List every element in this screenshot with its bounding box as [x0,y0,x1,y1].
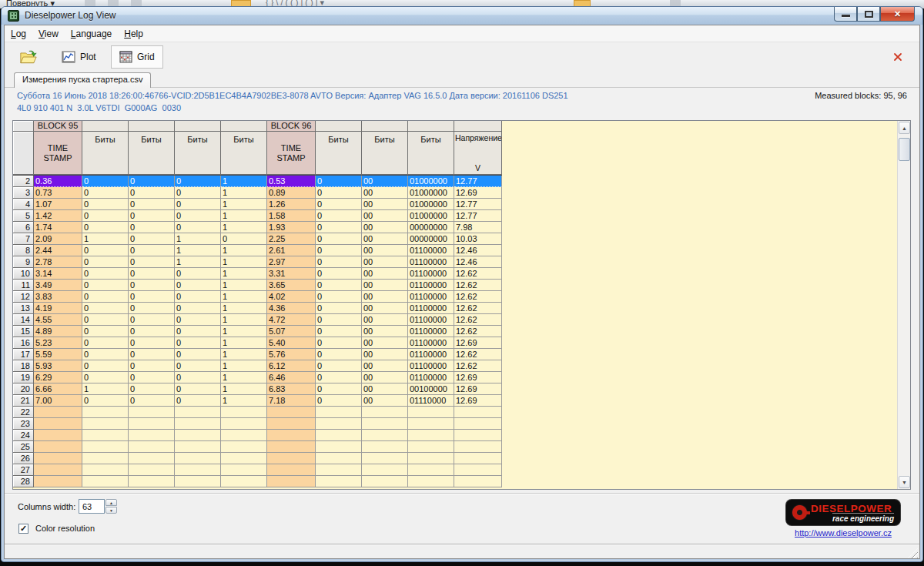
grid-cell[interactable]: 0 [316,222,362,233]
minimize-button[interactable] [834,7,857,22]
grid-cell[interactable]: 0 [175,326,221,337]
grid-cell[interactable]: 00 [362,326,408,337]
grid-cell[interactable]: 12.62 [454,349,502,360]
grid-cell[interactable]: 4.72 [267,314,316,326]
menu-help[interactable]: Help [118,26,149,42]
grid-cell[interactable] [267,430,316,441]
grid-cell[interactable]: 0 [175,199,221,210]
grid-cell[interactable]: 0 [129,280,175,291]
grid-cell[interactable]: 00 [362,349,408,360]
tab-log-file[interactable]: Измерения пуска стартера.csv [14,72,151,88]
grid-cell[interactable] [316,464,362,476]
grid-cell[interactable] [454,441,502,453]
grid-cell[interactable]: 00 [362,268,408,280]
grid-cell[interactable]: 01100000 [408,372,454,383]
grid-cell[interactable]: 0 [175,314,221,326]
grid-cell[interactable]: 01100000 [408,291,454,303]
grid-cell[interactable] [129,430,175,441]
grid-cell[interactable]: 10.03 [454,233,502,245]
grid-cell[interactable]: 1 [221,291,267,303]
grid-cell[interactable]: 0 [82,268,129,280]
grid-cell[interactable]: 0 [175,383,221,395]
grid-cell[interactable]: 0 [221,233,267,245]
row-number-button[interactable]: 7 [13,233,34,245]
stepper-down-button[interactable]: ▼ [105,507,117,514]
grid-cell[interactable]: 01000000 [408,187,454,199]
grid-cell[interactable] [267,453,316,464]
grid-cell[interactable] [362,441,408,453]
grid-cell[interactable]: 01100000 [408,303,454,314]
grid-cell[interactable]: 0 [316,176,362,187]
grid-cell[interactable] [34,430,82,441]
grid-cell[interactable] [82,430,129,441]
row-number-button[interactable]: 25 [13,441,34,453]
grid-cell[interactable]: 0 [82,314,129,326]
row-number-button[interactable]: 11 [13,280,34,291]
row-number-button[interactable]: 23 [13,418,34,430]
plot-tab-button[interactable]: Plot [54,45,104,69]
grid-cell[interactable]: 1 [175,256,221,268]
grid-cell[interactable]: 0 [175,303,221,314]
grid-cell[interactable]: 0 [82,349,129,360]
grid-cell[interactable]: 12.62 [454,303,502,314]
grid-cell[interactable]: 0 [82,280,129,291]
grid-cell[interactable]: 1 [221,395,267,407]
grid-cell[interactable]: 0 [82,291,129,303]
grid-cell[interactable] [82,464,129,476]
grid-cell[interactable]: 0 [175,349,221,360]
row-number-button[interactable]: 17 [13,349,34,360]
grid-cell[interactable]: 12.69 [454,383,502,395]
grid-cell[interactable]: 00 [362,222,408,233]
grid-cell[interactable]: 0 [129,349,175,360]
grid-cell[interactable]: 12.77 [454,210,502,222]
grid-cell[interactable]: 01100000 [408,268,454,280]
grid-cell[interactable]: 1 [221,349,267,360]
grid-cell[interactable]: 12.69 [454,372,502,383]
grid-cell[interactable]: 0 [129,187,175,199]
grid-cell[interactable] [175,464,221,476]
grid-cell[interactable]: 0 [82,245,129,256]
grid-cell[interactable]: 00 [362,383,408,395]
row-number-button[interactable]: 3 [13,187,34,199]
grid-cell[interactable]: 0 [129,291,175,303]
grid-cell[interactable] [454,476,502,487]
grid-cell[interactable] [221,476,267,487]
title-bar[interactable]: Dieselpower Log View ✕ [2,7,922,25]
grid-cell[interactable]: 1 [221,314,267,326]
grid-cell[interactable]: 1 [221,245,267,256]
grid-cell[interactable]: 01100000 [408,326,454,337]
row-number-button[interactable]: 8 [13,245,34,256]
grid-cell[interactable]: 01000000 [408,210,454,222]
grid-cell[interactable]: 1 [221,326,267,337]
grid-cell[interactable]: 0 [175,268,221,280]
grid-cell[interactable]: 5.40 [267,337,316,349]
grid-cell[interactable] [454,407,502,418]
grid-cell[interactable]: 0 [316,314,362,326]
grid-cell[interactable]: 0 [129,176,175,187]
grid-cell[interactable] [129,418,175,430]
resize-grip[interactable] [907,548,918,559]
grid-cell[interactable] [221,407,267,418]
grid-cell[interactable]: 1 [175,245,221,256]
grid-cell[interactable]: 0 [175,210,221,222]
grid-cell[interactable]: 3.31 [267,268,316,280]
grid-cell[interactable]: 0 [175,395,221,407]
grid-cell[interactable]: 01100000 [408,337,454,349]
menu-language[interactable]: Language [65,26,118,42]
grid-cell[interactable]: 0 [316,199,362,210]
grid-cell[interactable]: 12.62 [454,268,502,280]
grid-cell[interactable]: 0 [316,303,362,314]
grid-cell[interactable]: 5.76 [267,349,316,360]
grid-cell[interactable] [221,430,267,441]
grid-cell[interactable]: 01000000 [408,199,454,210]
row-number-button[interactable]: 19 [13,372,34,383]
grid-cell[interactable] [316,453,362,464]
grid-cell[interactable]: 1.58 [267,210,316,222]
grid-cell[interactable]: 4.89 [34,326,82,337]
row-number-button[interactable]: 13 [13,303,34,314]
grid-cell[interactable]: 6.12 [267,360,316,372]
grid-cell[interactable]: 0 [175,337,221,349]
grid-cell[interactable]: 00 [362,360,408,372]
grid-cell[interactable] [129,476,175,487]
grid-cell[interactable]: 0 [129,383,175,395]
